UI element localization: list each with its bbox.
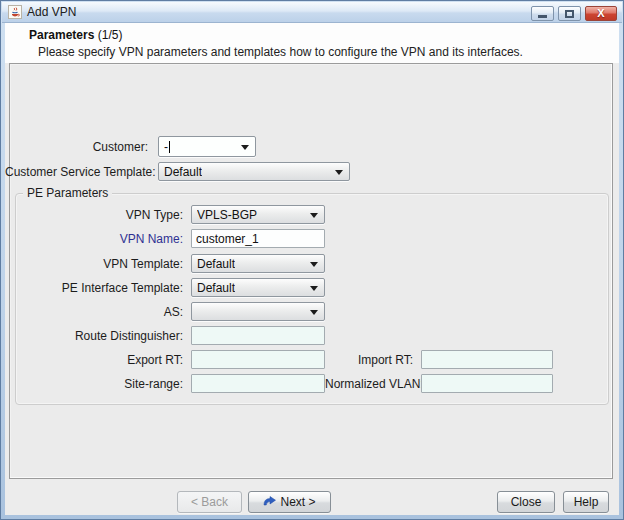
export-rt-input[interactable] bbox=[191, 350, 325, 369]
chevron-down-icon[interactable] bbox=[335, 170, 343, 175]
as-label: AS: bbox=[25, 305, 183, 320]
customer-value: - bbox=[164, 140, 168, 154]
add-vpn-dialog: Add VPN X Parameters (1/5) Please specif… bbox=[0, 0, 624, 520]
pe-parameters-group-title: PE Parameters bbox=[23, 186, 112, 200]
back-button-label: < Back bbox=[191, 495, 228, 509]
import-rt-label: Import RT: bbox=[325, 353, 413, 368]
next-button-label: Next > bbox=[280, 495, 315, 509]
import-rt-input[interactable] bbox=[421, 350, 553, 369]
chevron-down-icon[interactable] bbox=[310, 213, 318, 218]
chevron-down-icon[interactable] bbox=[310, 310, 318, 315]
java-app-icon bbox=[8, 5, 22, 19]
vpn-name-label: VPN Name: bbox=[25, 232, 183, 247]
vpn-template-combobox[interactable]: Default bbox=[191, 254, 325, 273]
close-icon: X bbox=[597, 8, 604, 19]
close-button-label: Close bbox=[511, 495, 542, 509]
step-title-text: Parameters bbox=[29, 28, 94, 42]
dialog-content: Parameters (1/5) Please specify VPN para… bbox=[5, 23, 619, 515]
minimize-icon bbox=[538, 15, 547, 18]
chevron-down-icon[interactable] bbox=[310, 262, 318, 267]
customer-service-template-value: Default bbox=[164, 165, 202, 179]
wizard-step-title: Parameters (1/5) bbox=[29, 28, 122, 42]
customer-service-template-combobox[interactable]: Default bbox=[158, 162, 350, 181]
pe-interface-template-value: Default bbox=[197, 281, 235, 295]
help-button[interactable]: Help bbox=[563, 491, 609, 513]
pe-interface-template-label: PE Interface Template: bbox=[25, 281, 183, 296]
customer-service-template-label: Customer Service Template: bbox=[5, 165, 148, 180]
title-bar[interactable]: Add VPN bbox=[2, 2, 622, 23]
export-rt-label: Export RT: bbox=[25, 353, 183, 368]
next-button[interactable]: Next > bbox=[248, 491, 331, 513]
maximize-button[interactable] bbox=[558, 6, 581, 21]
customer-combobox[interactable]: - bbox=[158, 136, 256, 157]
vpn-type-combobox[interactable]: VPLS-BGP bbox=[191, 205, 325, 224]
next-arrow-icon bbox=[263, 496, 276, 508]
customer-label: Customer: bbox=[5, 140, 148, 155]
wizard-header: Parameters (1/5) Please specify VPN para… bbox=[5, 23, 619, 63]
normalized-vlan-input[interactable] bbox=[421, 374, 553, 393]
close-window-button[interactable]: X bbox=[585, 6, 617, 21]
vpn-name-input[interactable] bbox=[191, 229, 325, 248]
site-range-input[interactable] bbox=[191, 374, 325, 393]
site-range-label: Site-range: bbox=[25, 377, 183, 392]
as-combobox[interactable] bbox=[191, 302, 325, 321]
close-button[interactable]: Close bbox=[497, 491, 555, 513]
wizard-step-description: Please specify VPN parameters and templa… bbox=[38, 45, 523, 59]
text-caret bbox=[169, 141, 170, 153]
help-button-label: Help bbox=[574, 495, 599, 509]
vpn-template-value: Default bbox=[197, 257, 235, 271]
normalized-vlan-label: Normalized VLAN: bbox=[325, 377, 413, 392]
route-distinguisher-input[interactable] bbox=[191, 326, 325, 345]
vpn-type-label: VPN Type: bbox=[25, 208, 183, 223]
window-title: Add VPN bbox=[27, 5, 76, 19]
step-counter: (1/5) bbox=[98, 28, 123, 42]
chevron-down-icon[interactable] bbox=[310, 286, 318, 291]
pe-interface-template-combobox[interactable]: Default bbox=[191, 278, 325, 297]
maximize-icon bbox=[565, 10, 574, 18]
route-distinguisher-label: Route Distinguisher: bbox=[25, 329, 183, 344]
vpn-template-label: VPN Template: bbox=[25, 257, 183, 272]
vpn-type-value: VPLS-BGP bbox=[197, 208, 257, 222]
minimize-button[interactable] bbox=[531, 6, 554, 21]
back-button[interactable]: < Back bbox=[177, 491, 242, 513]
chevron-down-icon[interactable] bbox=[241, 145, 249, 150]
